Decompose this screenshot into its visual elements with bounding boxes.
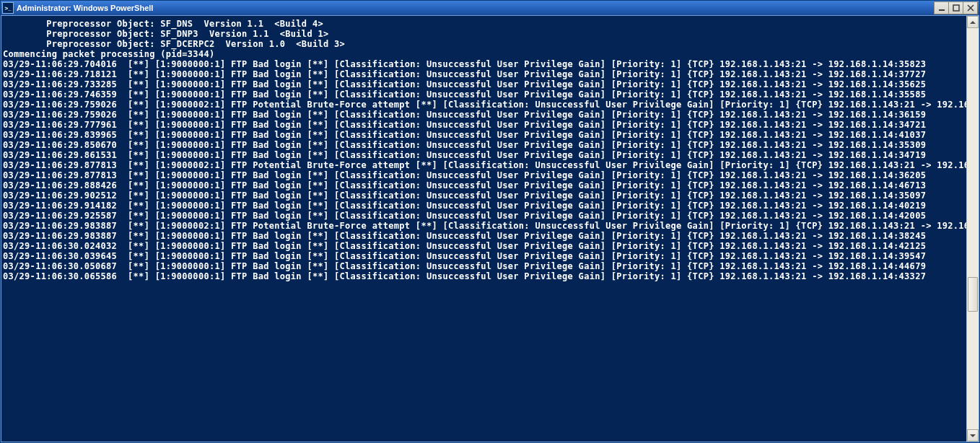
window-buttons [935,1,978,14]
scroll-down-button[interactable] [967,429,979,442]
maximize-button[interactable] [948,1,963,14]
scrollbar-thumb[interactable] [968,277,978,312]
close-button[interactable] [963,1,978,14]
svg-rect-1 [953,5,959,11]
arrow-up-icon [970,21,976,24]
minimize-button[interactable] [934,1,949,14]
console-output[interactable]: Preprocessor Object: SF_DNS Version 1.1 … [1,16,966,442]
scrollbar [966,16,979,442]
powershell-icon: >_ [2,2,14,14]
arrow-down-icon [970,434,976,437]
titlebar[interactable]: >_ Administrator: Windows PowerShell [1,1,979,15]
titlebar-left: >_ Administrator: Windows PowerShell [2,2,153,14]
powershell-window: >_ Administrator: Windows PowerShell Pre… [0,0,980,443]
window-title: Administrator: Windows PowerShell [17,4,153,12]
console-wrap: Preprocessor Object: SF_DNS Version 1.1 … [1,15,979,442]
scrollbar-track[interactable] [967,28,979,429]
scroll-up-button[interactable] [967,16,979,28]
svg-rect-0 [939,9,945,11]
